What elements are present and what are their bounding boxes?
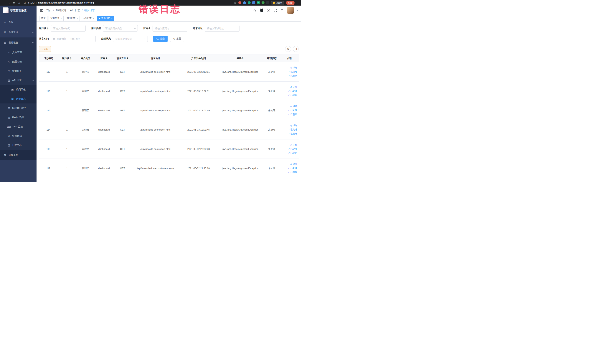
- cell-exception-name: java.lang.IllegalArgumentException: [218, 71, 263, 73]
- cell-status: 未处理: [263, 128, 281, 131]
- search-icon[interactable]: [253, 9, 256, 12]
- sidebar-item-java[interactable]: ⌨ Java 监控: [0, 122, 36, 131]
- ignored-link[interactable]: ✓ 已忽略: [288, 132, 297, 135]
- extension-icon[interactable]: [238, 1, 241, 4]
- user-type-select-input[interactable]: [103, 25, 138, 32]
- extension-icon[interactable]: [252, 1, 255, 4]
- font-size-icon[interactable]: T↕: [280, 9, 284, 12]
- user-menu-caret-icon[interactable]: ▾: [297, 9, 298, 12]
- cell-request-url: /api/infra/db-doc/export-html: [132, 90, 179, 93]
- processed-link[interactable]: ✓ 已处理: [288, 109, 297, 112]
- cell-user-type: 管理员: [76, 167, 95, 170]
- sidebar-item-file[interactable]: ☁ 文件管理: [0, 48, 36, 57]
- home-icon[interactable]: ⌂: [17, 1, 21, 4]
- ignored-link[interactable]: ✓ 已忽略: [288, 152, 297, 155]
- sidebar-item-system[interactable]: ⚙ 系统管理: [0, 27, 36, 37]
- processed-link[interactable]: ✓ 已处理: [288, 128, 297, 131]
- close-icon[interactable]: ×: [77, 17, 78, 20]
- sidebar-toggle-icon[interactable]: [40, 9, 43, 12]
- ignored-link[interactable]: ✓ 已忽略: [288, 74, 297, 78]
- tab-job[interactable]: 定时任务 ×: [48, 16, 64, 21]
- processed-link[interactable]: ✓ 已处理: [288, 90, 297, 93]
- sidebar-item-config[interactable]: ✎ 配置管理: [0, 57, 36, 66]
- help-icon[interactable]: ?: [267, 9, 270, 12]
- export-button[interactable]: ↓ 导出: [39, 46, 51, 52]
- cell-exception-name: java.lang.IllegalArgumentException: [218, 148, 263, 150]
- sidebar-item-home[interactable]: ⌂ 首页: [0, 17, 36, 27]
- refresh-button[interactable]: ↻: [285, 46, 291, 52]
- processed-link[interactable]: ✓ 已处理: [288, 70, 297, 73]
- browser-menu-icon[interactable]: ⋮: [296, 1, 300, 4]
- back-icon[interactable]: ←: [2, 1, 5, 4]
- request-url-input[interactable]: [205, 25, 240, 32]
- breadcrumb-item[interactable]: 基础设施: [56, 9, 66, 12]
- reload-icon[interactable]: ↻: [12, 1, 16, 4]
- user-avatar[interactable]: [287, 7, 294, 14]
- column-header: 处理状态: [263, 55, 281, 62]
- user-type-select[interactable]: [103, 25, 138, 32]
- detail-link[interactable]: ◎ 详细: [290, 85, 297, 89]
- tab-home[interactable]: 首页: [39, 16, 47, 21]
- detail-link-label: 详细: [293, 85, 297, 89]
- close-icon[interactable]: ×: [93, 17, 94, 20]
- detail-link[interactable]: ◎ 详细: [290, 124, 297, 127]
- bookmark-star-icon[interactable]: ☆: [233, 1, 237, 4]
- github-icon[interactable]: [260, 9, 263, 12]
- check-icon: ✓: [288, 71, 290, 73]
- sidebar-item-job[interactable]: ◷ 定时任务: [0, 66, 36, 76]
- logo[interactable]: 芋道管理系统: [0, 6, 36, 15]
- puzzle-extension-icon[interactable]: [266, 1, 269, 4]
- address-bar[interactable]: ⚠ 不安全 | dashboard.yudao.iocoder.cn/infra…: [24, 1, 232, 4]
- columns-icon: ⊞: [295, 47, 297, 50]
- cell-request-url: /api/infra/db-doc/export-html: [132, 70, 179, 73]
- forward-icon[interactable]: →: [7, 1, 10, 4]
- user-id-input[interactable]: [51, 25, 86, 32]
- sidebar-item-label: API 日志: [12, 79, 30, 82]
- extension-on-icon[interactable]: on: [257, 1, 260, 4]
- url-text: dashboard.yudao.iocoder.cn/infra/log/api…: [38, 1, 94, 4]
- extension-icon[interactable]: [262, 1, 265, 4]
- navbar-actions: ? T↕ ▾: [253, 7, 298, 14]
- detail-link[interactable]: ◎ 详细: [290, 105, 297, 108]
- tab-access-log[interactable]: 访问日志 ×: [81, 16, 96, 21]
- paused-badge[interactable]: 已暂停: [271, 1, 284, 5]
- update-button[interactable]: 更新: [286, 1, 295, 5]
- sidebar-item-log-center[interactable]: ▤ 日志中心: [0, 141, 36, 150]
- extension-icon[interactable]: [248, 1, 251, 4]
- date-range-picker[interactable]: ▦ 开始日期 - 结束日期: [51, 35, 96, 42]
- detail-link[interactable]: ◎ 详细: [290, 163, 297, 166]
- close-icon[interactable]: ×: [60, 17, 62, 20]
- breadcrumb-item[interactable]: API 日志: [70, 9, 80, 12]
- process-status-select[interactable]: [113, 35, 148, 42]
- date-end-placeholder: 结束日期: [71, 37, 80, 40]
- breadcrumb-separator: /: [53, 9, 54, 12]
- fullscreen-icon[interactable]: [273, 9, 277, 12]
- app-name-input[interactable]: [152, 25, 187, 32]
- ignored-link[interactable]: ✓ 已忽略: [288, 94, 297, 97]
- tab-job-log[interactable]: 调度日志 ×: [65, 16, 80, 21]
- ignored-link-label: 已忽略: [290, 113, 297, 116]
- ignored-link[interactable]: ✓ 已忽略: [288, 171, 297, 174]
- sidebar-item-infra[interactable]: ▦ 基础设施: [0, 37, 36, 48]
- processed-link[interactable]: ✓ 已处理: [288, 147, 297, 151]
- detail-link[interactable]: ◎ 详细: [290, 66, 297, 69]
- sidebar-item-api-log[interactable]: ▤ API 日志: [0, 76, 36, 85]
- sidebar-item-access-log[interactable]: ▣ 访问日志: [0, 85, 36, 94]
- column-settings-button[interactable]: ⊞: [293, 46, 299, 52]
- sidebar-item-trace[interactable]: ◎ 链路追踪: [0, 131, 36, 141]
- sidebar-item-label: 错误日志: [16, 97, 34, 101]
- sidebar-item-error-log[interactable]: ▣ 错误日志: [0, 94, 36, 104]
- ignored-link[interactable]: ✓ 已忽略: [288, 113, 297, 116]
- search-button[interactable]: 搜索: [153, 35, 168, 42]
- process-status-select-input[interactable]: [113, 35, 148, 42]
- sidebar-item-redis[interactable]: ▨ Redis 监控: [0, 113, 36, 122]
- reset-button[interactable]: ↻ 重置: [170, 35, 184, 42]
- processed-link[interactable]: ✓ 已处理: [288, 167, 297, 170]
- sidebar-item-dev-tools[interactable]: ⚒ 研发工具: [0, 150, 36, 160]
- close-icon[interactable]: ×: [111, 17, 113, 20]
- extension-icon[interactable]: [243, 1, 246, 4]
- detail-link[interactable]: ◎ 详细: [290, 143, 297, 146]
- sidebar-item-mysql[interactable]: ▥ MySQL 监控: [0, 104, 36, 113]
- tab-error-log[interactable]: 错误日志 ×: [97, 16, 114, 21]
- breadcrumb-item[interactable]: 首页: [46, 9, 52, 12]
